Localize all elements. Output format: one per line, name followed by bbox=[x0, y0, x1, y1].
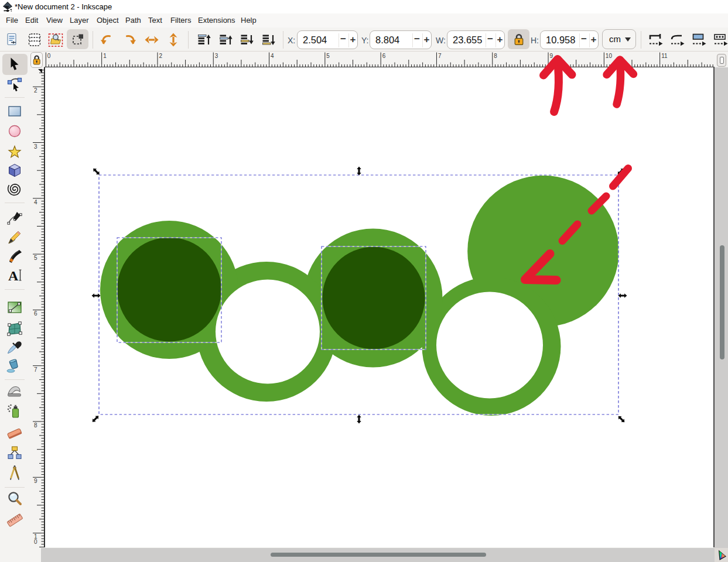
svg-text:2: 2 bbox=[34, 87, 37, 94]
svg-text:9: 9 bbox=[34, 478, 37, 484]
svg-text:3: 3 bbox=[34, 143, 37, 150]
svg-text:5: 5 bbox=[34, 255, 37, 261]
svg-text:A: A bbox=[8, 268, 19, 283]
svg-text:8: 8 bbox=[34, 422, 37, 429]
svg-text:6: 6 bbox=[34, 310, 37, 317]
svg-text:6: 6 bbox=[382, 53, 386, 59]
svg-text:2: 2 bbox=[159, 53, 162, 59]
svg-text:11: 11 bbox=[661, 53, 668, 59]
svg-text:8: 8 bbox=[494, 53, 497, 59]
svg-text:9: 9 bbox=[550, 53, 553, 59]
svg-text:7: 7 bbox=[438, 53, 442, 59]
svg-text:0: 0 bbox=[34, 539, 37, 545]
svg-text:1: 1 bbox=[103, 53, 107, 59]
svg-text:4: 4 bbox=[34, 199, 37, 205]
svg-text:4: 4 bbox=[271, 53, 274, 59]
svg-text:3: 3 bbox=[215, 53, 218, 59]
svg-text:0: 0 bbox=[47, 53, 51, 59]
svg-text:7: 7 bbox=[34, 366, 37, 373]
svg-text:10: 10 bbox=[606, 53, 613, 59]
svg-text:5: 5 bbox=[326, 53, 330, 59]
